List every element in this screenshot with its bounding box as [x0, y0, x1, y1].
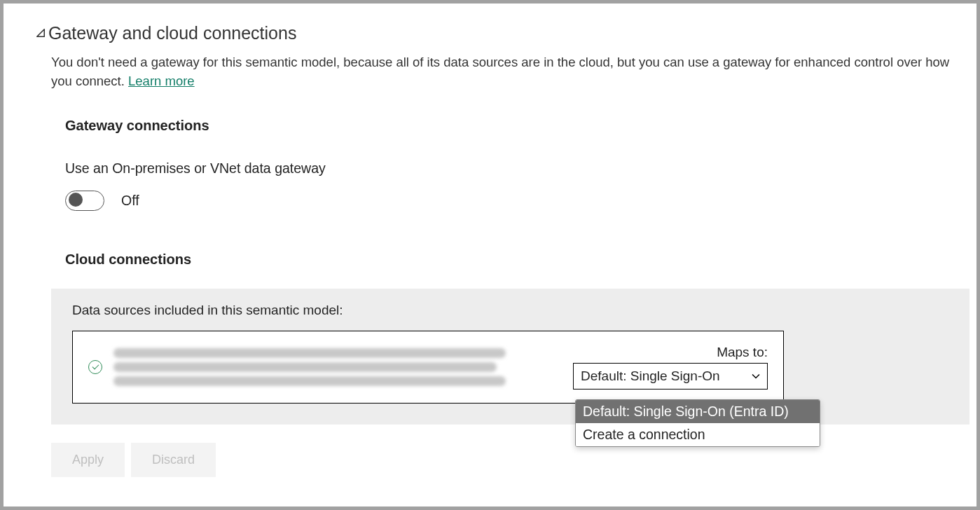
data-sources-label: Data sources included in this semantic m…: [72, 303, 948, 318]
gateway-toggle-state: Off: [121, 193, 139, 209]
section-description: You don't need a gateway for this semant…: [51, 53, 962, 91]
data-source-card: Maps to: Default: Single Sign-On Default…: [72, 331, 784, 404]
learn-more-link[interactable]: Learn more: [128, 74, 195, 88]
discard-button[interactable]: Discard: [131, 443, 216, 477]
action-buttons: Apply Discard: [51, 443, 969, 477]
section-title: Gateway and cloud connections: [48, 23, 296, 43]
gateway-toggle-row: Off: [65, 191, 969, 211]
gateway-subsection: Gateway connections Use an On-premises o…: [65, 118, 969, 211]
gateway-connections-title: Gateway connections: [65, 118, 969, 134]
cloud-connections-title: Cloud connections: [65, 251, 969, 268]
maps-to-dropdown-menu: Default: Single Sign-On (Entra ID) Creat…: [575, 399, 820, 447]
dropdown-selected-text: Default: Single Sign-On: [581, 368, 720, 384]
maps-to-dropdown[interactable]: Default: Single Sign-On: [573, 363, 768, 390]
gateway-toggle-switch[interactable]: [65, 191, 104, 211]
gateway-toggle-label: Use an On-premises or VNet data gateway: [65, 160, 969, 177]
section-header: Gateway and cloud connections: [36, 23, 969, 43]
collapse-triangle-icon[interactable]: [36, 28, 46, 38]
checkmark-icon: [88, 360, 102, 374]
maps-to-area: Maps to: Default: Single Sign-On: [573, 345, 768, 390]
cloud-subsection: Cloud connections: [65, 251, 969, 268]
data-source-connection-string: [113, 344, 559, 390]
dropdown-option-sso[interactable]: Default: Single Sign-On (Entra ID): [576, 400, 820, 423]
toggle-knob: [69, 193, 83, 207]
data-sources-container: Data sources included in this semantic m…: [51, 289, 969, 425]
dropdown-option-create[interactable]: Create a connection: [576, 423, 820, 446]
maps-to-label: Maps to:: [573, 345, 768, 360]
chevron-down-icon: [752, 373, 760, 379]
settings-panel: Gateway and cloud connections You don't …: [4, 4, 976, 506]
apply-button[interactable]: Apply: [51, 443, 125, 477]
